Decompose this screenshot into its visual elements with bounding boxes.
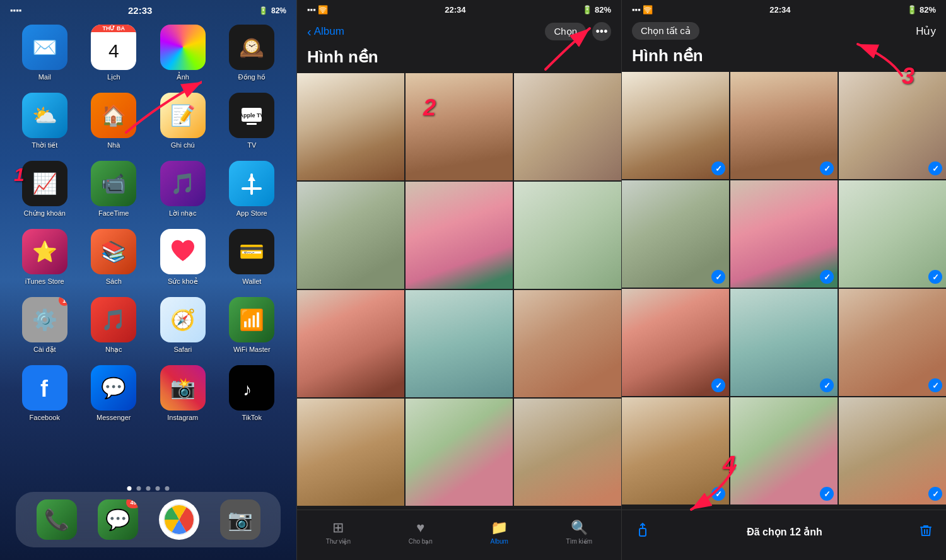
app-weather[interactable]: ⛅ Thời tiết [13,93,77,149]
photo-cell-selected[interactable]: ✓ [730,72,838,179]
tab-library[interactable]: ⊞ Thư viện [326,520,351,545]
photo-cell[interactable] [406,73,513,180]
safari-icon[interactable]: 🧭 [160,297,206,342]
photo-cell-selected[interactable]: ✓ [622,180,729,288]
health-icon[interactable] [160,229,206,274]
photo-cell-selected[interactable]: ✓ [730,180,838,288]
photo-cell[interactable] [297,182,404,289]
dock-camera[interactable]: 📷 [220,499,260,540]
share-button[interactable] [634,522,651,542]
app-instagram[interactable]: 📸 Instagram [151,365,215,421]
photo-cell[interactable] [406,182,513,289]
app-photos[interactable]: Ảnh [151,25,215,81]
photo-cell-selected[interactable]: ✓ [839,180,946,288]
phone-icon[interactable]: 📞 [37,499,77,540]
photo-cell[interactable] [514,182,621,289]
app-calendar[interactable]: THỨ BA 4 Lịch [82,25,146,81]
app-mail[interactable]: ✉️ Mail [13,25,77,81]
dock-phone[interactable]: 📞 [37,499,77,540]
app-tv[interactable]: Apple TV TV [220,93,284,149]
app-clock[interactable]: 🕰️ Đồng hồ [220,25,284,81]
calendar-label: Lịch [107,73,120,81]
wallet-icon[interactable]: 💳 [229,229,274,274]
photo-cell-selected[interactable]: ✓ [839,289,946,396]
messages-icon[interactable]: 💬 49 [98,499,138,540]
photo-cell-selected[interactable]: ✓ [839,397,946,505]
tiktok-icon[interactable]: ♪ [229,365,274,411]
tv-icon[interactable]: Apple TV [229,93,274,138]
health-label: Sức khoẻ [168,277,198,286]
music-store-icon[interactable]: 🎵 [160,161,206,206]
weather-icon[interactable]: ⛅ [22,93,67,138]
photo-cell-selected[interactable]: ✓ [622,397,729,505]
panel-photos-select: ▪▪▪ 🛜 22:34 🔋 82% Chọn tất cả Hủy Hình n… [621,0,946,560]
photo-cell-selected[interactable]: ✓ [730,289,838,396]
search-icon: 🔍 [571,520,588,536]
facebook-icon[interactable]: f [22,365,67,411]
cancel-button[interactable]: Hủy [916,25,936,38]
app-facebook[interactable]: f Facebook [13,365,77,421]
clock-icon[interactable]: 🕰️ [229,25,274,70]
app-appstore[interactable]: App Store [220,161,284,218]
wifi-icon[interactable]: 📶 [229,297,274,342]
photo-cell[interactable] [514,73,621,180]
page-dots [127,486,170,491]
chrome-icon[interactable] [159,499,199,540]
photo-grid-panel3: ✓ ✓ ✓ ✓ ✓ ✓ ✓ ✓ [622,72,946,505]
music-icon[interactable]: 🎵 [91,297,136,342]
messenger-icon[interactable]: 💬 [91,365,136,411]
photo-cell-selected[interactable]: ✓ [839,72,946,179]
photo-cell[interactable] [297,290,404,397]
dock-messages[interactable]: 💬 49 [98,499,138,540]
photo-cell-selected[interactable]: ✓ [730,397,838,505]
app-facetime[interactable]: 📹 FaceTime [82,161,146,218]
app-music-store[interactable]: 🎵 Lời nhạc [151,161,215,218]
mail-label: Mail [38,73,51,81]
app-stocks[interactable]: 📈 Chứng khoán [13,161,77,218]
app-music[interactable]: 🎵 Nhạc [82,297,146,354]
tab-albums[interactable]: 📁 Album [491,520,508,545]
app-tiktok[interactable]: ♪ TikTok [220,365,284,421]
stocks-icon[interactable]: 📈 [22,161,67,206]
tab-for-you[interactable]: ♥ Cho bạn [409,520,433,545]
delete-button[interactable] [918,523,933,542]
more-button[interactable]: ••• [592,22,611,41]
instagram-icon[interactable]: 📸 [160,365,206,411]
books-icon[interactable]: 📚 [91,229,136,274]
app-settings[interactable]: ⚙️ 1 Cài đặt [13,297,77,354]
app-health[interactable]: Sức khoẻ [151,229,215,286]
photo-cell[interactable] [406,290,513,397]
photo-cell-selected[interactable]: ✓ [622,72,729,179]
home-label: Nhà [107,141,120,149]
back-button[interactable]: ‹ Album [307,25,344,39]
app-wifi[interactable]: 📶 WiFi Master [220,297,284,354]
app-messenger[interactable]: 💬 Messenger [82,365,146,421]
photo-cell[interactable] [514,399,621,506]
photo-cell-selected[interactable]: ✓ [622,289,729,396]
photos-icon[interactable] [160,25,206,70]
battery-percent: 82% [271,6,286,15]
photo-cell[interactable] [406,399,513,506]
photo-cell[interactable] [297,73,404,180]
app-books[interactable]: 📚 Sách [82,229,146,286]
app-safari[interactable]: 🧭 Safari [151,297,215,354]
photo-cell[interactable] [514,290,621,397]
notes-icon[interactable]: 📝 [160,93,206,138]
app-home[interactable]: 🏠 Nhà [82,93,146,149]
settings-icon[interactable]: ⚙️ 1 [22,297,67,342]
select-button[interactable]: Chọn [545,23,586,40]
appstore-icon[interactable] [229,161,274,206]
app-wallet[interactable]: 💳 Wallet [220,229,284,286]
app-itunes[interactable]: ⭐ iTunes Store [13,229,77,286]
photo-cell[interactable] [297,399,404,506]
camera-icon[interactable]: 📷 [220,499,260,540]
tab-search[interactable]: 🔍 Tìm kiếm [566,520,593,545]
facetime-icon[interactable]: 📹 [91,161,136,206]
dock-chrome[interactable] [159,499,199,540]
home-icon[interactable]: 🏠 [91,93,136,138]
app-notes[interactable]: 📝 Ghi chú [151,93,215,149]
mail-icon[interactable]: ✉️ [22,25,67,70]
select-all-button[interactable]: Chọn tất cả [632,22,699,40]
calendar-icon[interactable]: THỨ BA 4 [91,25,136,70]
itunes-icon[interactable]: ⭐ [22,229,67,274]
